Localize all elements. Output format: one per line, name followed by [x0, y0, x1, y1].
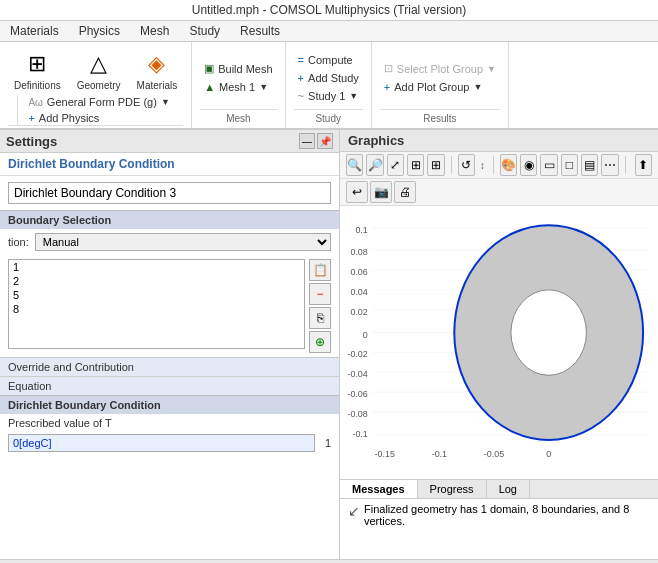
- list-paste-btn[interactable]: 📋: [309, 259, 331, 281]
- list-add-btn[interactable]: ⊕: [309, 331, 331, 353]
- list-item[interactable]: 8: [9, 302, 304, 316]
- ribbon-group-results: ⊡ Select Plot Group ▼ + Add Plot Group ▼…: [372, 42, 509, 128]
- boundary-list[interactable]: 1 2 5 8: [8, 259, 305, 349]
- add-plot-group-label: Add Plot Group: [394, 81, 469, 93]
- prescribed-row: Prescribed value of T: [0, 414, 339, 432]
- menu-bar: Materials Physics Mesh Study Results: [0, 21, 658, 42]
- selection-dropdown[interactable]: Manual: [35, 233, 331, 251]
- build-mesh-label: Build Mesh: [218, 63, 272, 75]
- export-btn[interactable]: ⬆: [635, 154, 652, 176]
- panel-pin-btn[interactable]: 📌: [317, 133, 333, 149]
- list-copy-btn[interactable]: ⎘: [309, 307, 331, 329]
- ribbon-mesh-1[interactable]: ▲ Mesh 1 ▼: [200, 80, 276, 94]
- mesh-dropdown-icon: ▼: [259, 82, 268, 92]
- zoom-out-btn[interactable]: 🔍: [346, 154, 363, 176]
- ribbon-compute[interactable]: = Compute: [294, 53, 363, 67]
- y-label-n0.06: -0.06: [347, 389, 367, 399]
- undo-btn[interactable]: ↩: [346, 181, 368, 203]
- menu-physics[interactable]: Physics: [75, 23, 124, 39]
- add-study-icon: +: [298, 72, 304, 84]
- ribbon-add-plot-group[interactable]: + Add Plot Group ▼: [380, 80, 500, 94]
- graphics-svg: 0.1 0.08 0.06 0.04 0.02 0 -0.02 -0.04 -0…: [340, 206, 658, 479]
- x-label-n0.05: -0.05: [484, 449, 504, 459]
- ribbon-build-mesh[interactable]: ▣ Build Mesh: [200, 61, 276, 76]
- materials-icon: ◈: [142, 50, 172, 78]
- prescribed-label: Prescribed value of T: [8, 417, 112, 429]
- status-bar: 610 MB | 739 MB: [0, 559, 658, 563]
- geometry-label: Geometry: [77, 80, 121, 91]
- toolbar-separator-3: [625, 156, 626, 174]
- ribbon-select-plot-group[interactable]: ⊡ Select Plot Group ▼: [380, 61, 500, 76]
- results-group-label: Results: [380, 109, 500, 124]
- ribbon-add-physics[interactable]: + Add Physics: [24, 111, 173, 125]
- tab-log[interactable]: Log: [487, 480, 530, 498]
- list-item[interactable]: 2: [9, 274, 304, 288]
- prescribed-input[interactable]: [8, 434, 315, 452]
- message-text: Finalized geometry has 1 domain, 8 bound…: [364, 503, 650, 527]
- angle-display: ↕: [478, 160, 487, 171]
- tab-progress[interactable]: Progress: [418, 480, 487, 498]
- y-label-0.06: 0.06: [350, 267, 367, 277]
- ribbon-group-physics: ⊞ Definitions △ Geometry ◈ Materials Aω …: [0, 42, 192, 128]
- ribbon-add-study[interactable]: + Add Study: [294, 71, 363, 85]
- graphics-toolbar: 🔍 🔎 ⤢ ⊞ ⊞ ↺ ↕ 🎨 ◉ ▭ □ ▤ ⋯ ⬆: [340, 152, 658, 179]
- list-delete-btn[interactable]: −: [309, 283, 331, 305]
- add-study-label: Add Study: [308, 72, 359, 84]
- graphics-canvas: 0.1 0.08 0.06 0.04 0.02 0 -0.02 -0.04 -0…: [340, 206, 658, 479]
- view-btn[interactable]: ▤: [581, 154, 598, 176]
- ribbon-group-study: = Compute + Add Study ~ Study 1 ▼ Study: [286, 42, 372, 128]
- print-btn[interactable]: 🖨: [394, 181, 416, 203]
- arrow-icon: ↙: [348, 503, 360, 519]
- panel-minimize-btn[interactable]: —: [299, 133, 315, 149]
- definitions-label: Definitions: [14, 80, 61, 91]
- menu-materials[interactable]: Materials: [6, 23, 63, 39]
- title-text: Untitled.mph - COMSOL Multiphysics (Tria…: [192, 3, 467, 17]
- ribbon-btn-definitions[interactable]: ⊞ Definitions: [8, 46, 67, 95]
- title-bar: Untitled.mph - COMSOL Multiphysics (Tria…: [0, 0, 658, 21]
- scene-btn[interactable]: 🎨: [500, 154, 517, 176]
- geometry-icon: △: [84, 50, 114, 78]
- node-name-input[interactable]: [8, 182, 331, 204]
- zoom-in-btn[interactable]: 🔎: [366, 154, 383, 176]
- y-label-0.08: 0.08: [350, 247, 367, 257]
- surface-btn[interactable]: ▭: [540, 154, 557, 176]
- general-form-pde-label: General Form PDE (g): [47, 96, 157, 108]
- prescribed-value: 1: [325, 437, 331, 449]
- edge-btn[interactable]: □: [561, 154, 578, 176]
- grid-btn[interactable]: ⊞: [427, 154, 444, 176]
- list-item[interactable]: 1: [9, 260, 304, 274]
- rotate-btn[interactable]: ↺: [458, 154, 475, 176]
- y-label-n0.08: -0.08: [347, 409, 367, 419]
- x-label-0: 0: [546, 449, 551, 459]
- materials-label: Materials: [137, 80, 178, 91]
- tab-messages[interactable]: Messages: [340, 480, 418, 498]
- panel-title: Settings: [6, 134, 57, 149]
- menu-results[interactable]: Results: [236, 23, 284, 39]
- render-btn[interactable]: ◉: [520, 154, 537, 176]
- definitions-icon: ⊞: [22, 50, 52, 78]
- messages-content: ↙ Finalized geometry has 1 domain, 8 bou…: [340, 499, 658, 559]
- y-label-0.02: 0.02: [350, 307, 367, 317]
- zoom-selection-btn[interactable]: ⊞: [407, 154, 424, 176]
- zoom-extents-btn[interactable]: ⤢: [387, 154, 404, 176]
- more-btn[interactable]: ⋯: [601, 154, 618, 176]
- menu-mesh[interactable]: Mesh: [136, 23, 173, 39]
- override-header: Override and Contribution: [0, 357, 339, 376]
- list-item[interactable]: 5: [9, 288, 304, 302]
- y-label-0.1: 0.1: [355, 225, 367, 235]
- ribbon-btn-geometry[interactable]: △ Geometry: [71, 46, 127, 95]
- right-panel: Graphics 🔍 🔎 ⤢ ⊞ ⊞ ↺ ↕ 🎨 ◉ ▭ □ ▤ ⋯ ⬆ ↩ 📷: [340, 130, 658, 559]
- node-name-field: [8, 182, 331, 204]
- pde-prefix-icon: Aω: [28, 97, 42, 108]
- build-mesh-icon: ▣: [204, 62, 214, 75]
- y-label-0: 0: [363, 330, 368, 340]
- study-1-icon: ~: [298, 90, 304, 102]
- panel-controls: — 📌: [299, 133, 333, 149]
- menu-study[interactable]: Study: [185, 23, 224, 39]
- ribbon-btn-materials[interactable]: ◈ Materials: [131, 46, 184, 95]
- ribbon-general-form-pde[interactable]: Aω General Form PDE (g) ▼: [24, 95, 173, 109]
- boundary-list-area: 1 2 5 8 📋 − ⎘ ⊕: [0, 255, 339, 357]
- ribbon-study-1[interactable]: ~ Study 1 ▼: [294, 89, 363, 103]
- select-plot-group-label: Select Plot Group: [397, 63, 483, 75]
- camera-btn[interactable]: 📷: [370, 181, 392, 203]
